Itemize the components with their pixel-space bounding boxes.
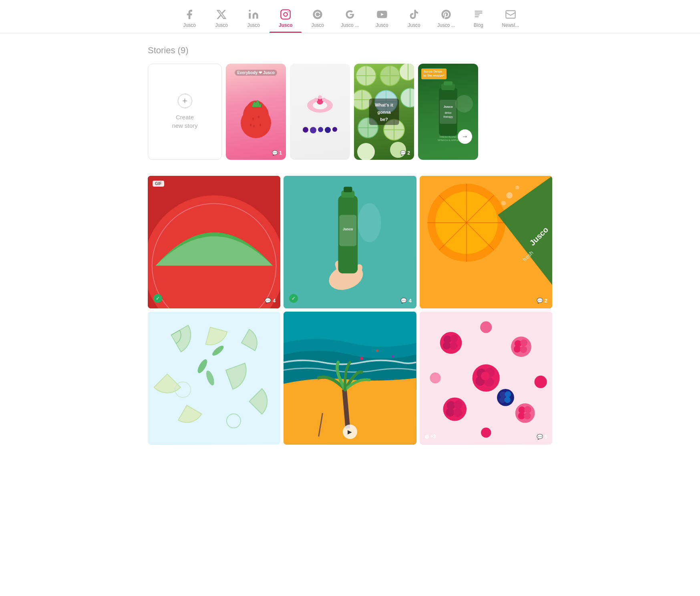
story-arrow-button[interactable]: → [458,129,472,144]
svg-rect-81 [344,187,352,192]
story-card-strawberry[interactable]: Everybody ❤ Jusco 💬 1 [226,64,286,160]
top-navigation: Jusco Jusco Jusco Jusco Jusco [0,0,700,33]
create-story-card[interactable]: + Createnew story [148,64,222,160]
svg-point-144 [534,376,547,388]
svg-point-59 [455,95,473,113]
nav-label-twitter: Jusco [215,22,228,28]
stack-badge: ⊕ +3 [424,433,436,440]
story-everybody-text: Everybody ❤ Jusco [235,70,277,76]
detox-bottle-svg: Jusco detox therapy FRESH BLEND SPINACH … [418,64,478,160]
nav-label-tiktok: Jusco [408,22,420,28]
svg-point-39 [400,88,414,107]
blog-icon [472,8,485,21]
story-card-detox[interactable]: Jusco Detoxto the rescue* Jusco detox th… [418,64,478,160]
nav-label-google: Jusco ... [341,22,359,28]
strawberry-svg [238,95,274,139]
svg-rect-1 [281,10,290,19]
nav-item-twitter[interactable]: Jusco [205,5,237,33]
svg-point-11 [253,125,255,127]
newsletter-icon [504,8,517,21]
svg-point-128 [443,398,466,421]
svg-point-108 [376,350,378,352]
nav-item-linkedin[interactable]: Jusco [237,5,270,33]
svg-point-118 [440,332,462,354]
post-card-beach[interactable]: ▶ [284,312,416,444]
facebook-icon [183,8,196,21]
svg-point-13 [250,124,251,126]
svg-point-117 [481,372,489,380]
svg-point-146 [481,428,491,438]
post-card-lime-scatter[interactable] [148,312,280,444]
nav-label-threads: Jusco [312,22,324,28]
stories-section: Stories (9) + Createnew story [148,45,552,160]
watermelon-svg [148,176,280,308]
gif-badge: GIF [153,181,164,187]
post-card-raspberry[interactable]: ⊕ +3 💬 5 [420,312,552,444]
svg-point-123 [511,337,531,357]
stories-title: Stories (9) [148,45,552,56]
blueberry [332,127,337,132]
post-card-orange[interactable]: Jusco fresh 💬 2 [420,176,552,308]
linkedin-icon [247,8,260,21]
instagram-icon [279,8,292,21]
story-card-lime[interactable]: What's it gonna be? 💬 2 [354,64,414,160]
svg-point-131 [446,408,454,417]
nav-label-newsletter: Newsl... [502,22,519,28]
svg-text:detox: detox [445,111,452,114]
svg-point-10 [258,116,259,118]
svg-point-96 [515,185,519,189]
posts-grid: GIF ✓ 💬 4 [148,176,552,445]
post-card-watermelon[interactable]: GIF ✓ 💬 4 [148,176,280,308]
nav-item-google[interactable]: Jusco ... [334,5,366,33]
svg-point-19 [314,98,318,102]
svg-point-127 [520,346,527,353]
donut-svg [304,94,336,122]
nav-label-youtube: Jusco [376,22,388,28]
stories-row: + Createnew story [148,64,552,160]
twitter-icon [215,8,228,21]
svg-point-120 [450,335,458,342]
orange-svg: Jusco fresh [420,176,552,308]
svg-point-126 [514,346,521,353]
tiktok-icon [408,8,420,21]
nav-item-instagram[interactable]: Jusco [270,5,302,33]
story-card-blueberry[interactable] [290,64,350,160]
svg-point-107 [360,357,363,360]
create-story-label: Createnew story [172,113,197,130]
svg-point-140 [505,391,511,398]
svg-point-133 [515,403,535,423]
story-comment-count-1: 💬 1 [272,150,282,156]
svg-text:Jusco: Jusco [443,105,453,109]
threads-icon [311,8,324,21]
nav-item-tiktok[interactable]: Jusco [398,5,430,33]
pinterest-icon [440,8,453,21]
story-comment-count-2: 💬 2 [400,150,410,156]
svg-point-121 [443,342,450,349]
svg-point-132 [453,409,462,417]
blueberry [318,127,323,132]
nav-item-youtube[interactable]: Jusco [366,5,398,33]
post-card-bottle[interactable]: Jusco ✓ 💬 4 [284,176,416,308]
blueberry [325,127,331,133]
nav-item-threads[interactable]: Jusco [302,5,334,33]
play-button[interactable]: ▶ [343,425,357,439]
blueberry [303,127,308,133]
svg-point-95 [506,192,513,199]
nav-label-pinterest: Jusco ... [437,22,455,28]
nav-item-newsletter[interactable]: Newsl... [495,5,527,33]
nav-label-blog: Blog [474,22,483,28]
blueberry [310,127,316,133]
post-comment-count-1: 💬 4 [265,298,276,304]
lime-scatter-svg [148,312,280,444]
svg-point-84 [358,203,381,242]
nav-label-facebook: Jusco [183,22,196,28]
main-content: Stories (9) + Createnew story [140,33,560,457]
nav-item-facebook[interactable]: Jusco [173,5,205,33]
svg-point-130 [454,401,462,409]
svg-point-142 [504,397,511,403]
svg-point-12 [259,124,261,126]
nav-item-pinterest[interactable]: Jusco ... [430,5,463,33]
nav-item-blog[interactable]: Blog [463,5,495,33]
nav-label-instagram: Jusco [279,22,293,28]
svg-point-125 [520,340,527,347]
